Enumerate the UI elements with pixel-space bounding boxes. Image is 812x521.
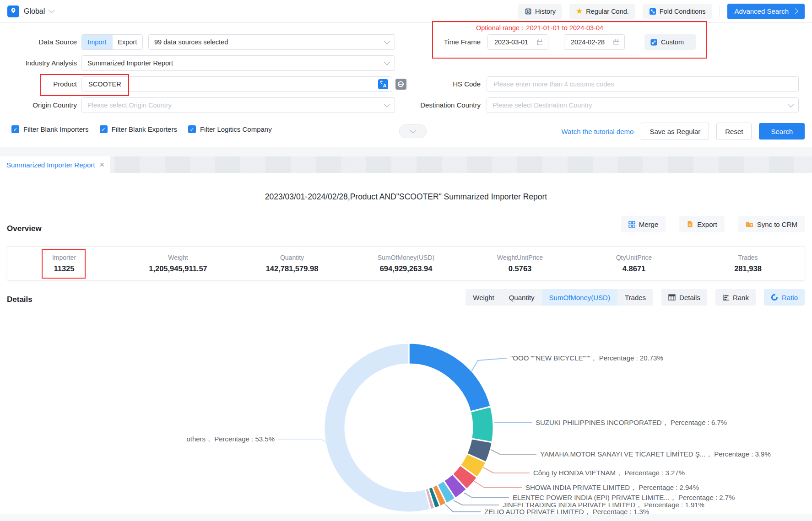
donut-slice — [467, 439, 492, 462]
rank-view-button[interactable]: Rank — [715, 289, 756, 306]
section-gap — [0, 147, 812, 156]
checkbox-checked-icon: ✓ — [11, 125, 19, 133]
destination-country-dropdown[interactable]: Please select Destination Country — [487, 97, 799, 113]
export-label: Export — [697, 220, 717, 228]
ratio-view-button[interactable]: Ratio — [764, 289, 805, 306]
merge-label: Merge — [639, 220, 659, 228]
stat-weight: Weight 1,205,945,911.57 — [121, 247, 235, 280]
fold-conditions-button[interactable]: Fold Conditions — [643, 4, 712, 19]
destination-country-label: Destination Country — [403, 97, 481, 113]
tab-summarized-importer-report[interactable]: Summarized Importer Report × — [0, 156, 110, 173]
chevron-down-icon — [384, 102, 390, 107]
donut-slice — [428, 487, 440, 508]
reset-button[interactable]: Reset — [716, 123, 752, 140]
stat-label: QtyUnitPrice — [616, 254, 652, 261]
data-sources-dropdown[interactable]: 99 data sources selected — [148, 34, 395, 50]
rank-view-label: Rank — [733, 294, 749, 301]
tab-sum-of-money[interactable]: SumOfMoney(USD) — [542, 289, 617, 306]
tutorial-demo-link[interactable]: Watch the tutorial demo — [562, 128, 634, 135]
hs-code-field[interactable] — [493, 80, 793, 88]
custom-range-button[interactable]: Custom — [644, 34, 696, 50]
translate-icon[interactable]: A — [378, 79, 388, 89]
slice-label: others， Percentage : 53.5% — [186, 435, 275, 443]
industry-analysis-label: Industry Analysis — [0, 55, 77, 71]
origin-country-dropdown[interactable]: Please select Origin Country — [81, 97, 395, 113]
donut-slice — [452, 465, 477, 489]
filter-checkbox-row: ✓ Filter Blank Importers ✓ Filter Blank … — [11, 125, 272, 133]
end-date-value[interactable] — [570, 38, 613, 46]
region-selector[interactable]: Global — [7, 5, 54, 17]
details-heading: Details — [7, 295, 32, 304]
donut-icon — [771, 294, 778, 301]
industry-analysis-dropdown[interactable]: Summarized Importer Report — [81, 55, 395, 71]
details-controls: Weight Quantity SumOfMoney(USD) Trades D… — [466, 289, 805, 306]
fold-conditions-label: Fold Conditions — [660, 8, 706, 15]
slice-label: SUZUKI PHILIPPINES INCORPORATED， Percent… — [536, 419, 727, 426]
time-frame-label: Time Frame — [403, 34, 481, 50]
merge-button[interactable]: Merge — [621, 216, 666, 232]
donut-slice — [460, 454, 486, 478]
slice-label: ELENTEC POWER INDIA (EPI) PRIVATE LIMITE… — [513, 494, 735, 501]
product-value[interactable] — [87, 80, 372, 88]
origin-country-label: Origin Country — [0, 97, 77, 113]
crm-folder-icon — [746, 221, 753, 228]
custom-label: Custom — [661, 38, 684, 46]
export-button[interactable]: Export — [679, 216, 724, 232]
stat-sum-of-money: SumOfMoney(USD) 694,929,263.94 — [349, 247, 463, 280]
history-button[interactable]: History — [518, 4, 562, 19]
hs-code-input[interactable] — [487, 76, 799, 92]
calendar-icon — [536, 38, 542, 46]
details-view-button[interactable]: Details — [661, 289, 707, 306]
tab-weight[interactable]: Weight — [466, 289, 501, 306]
slice-label: SHOWA INDIA PRIVATE LIMITED， Percentage … — [525, 483, 699, 491]
metric-tabs: Weight Quantity SumOfMoney(USD) Trades — [466, 289, 653, 306]
filter-label: Filter Logitics Company — [200, 125, 272, 133]
start-date-value[interactable] — [493, 38, 536, 46]
industry-analysis-value: Summarized Importer Report — [87, 59, 173, 67]
chevron-down-icon — [410, 128, 416, 134]
tabbar-blur-region — [114, 156, 812, 173]
stat-label: Quantity — [280, 254, 304, 261]
stat-label: Trades — [738, 254, 758, 261]
chevron-down-icon — [788, 102, 794, 107]
star-icon: ★ — [576, 7, 583, 15]
advanced-search-button[interactable]: Advanced Search — [727, 4, 805, 19]
label-leader-line — [483, 467, 530, 473]
start-date-input[interactable] — [487, 34, 548, 50]
custom-icon — [650, 39, 657, 46]
donut-slice — [324, 343, 431, 512]
label-leader-line — [278, 439, 326, 442]
chevron-right-icon — [792, 8, 798, 14]
stat-importer: Importer 11325 — [7, 247, 121, 280]
global-location-icon — [7, 5, 19, 17]
app-screen: Global History ★ Regular Cond. — [0, 0, 812, 521]
regular-cond-button[interactable]: ★ Regular Cond. — [569, 4, 635, 19]
tab-trades[interactable]: Trades — [617, 289, 653, 306]
checkbox-checked-icon: ✓ — [100, 125, 108, 133]
filter-logitics-company-checkbox[interactable]: ✓ Filter Logitics Company — [188, 125, 272, 133]
search-button[interactable]: Search — [759, 123, 805, 140]
save-as-regular-button[interactable]: Save as Regular — [641, 123, 709, 140]
form-action-row: Watch the tutorial demo Save as Regular … — [562, 123, 805, 140]
label-leader-line — [474, 481, 522, 488]
export-tab[interactable]: Export — [112, 35, 143, 49]
close-icon[interactable]: × — [99, 161, 104, 169]
filter-label: Filter Blank Exporters — [112, 125, 177, 133]
table-icon — [668, 294, 676, 301]
donut-slice — [432, 484, 446, 506]
tab-quantity[interactable]: Quantity — [502, 289, 542, 306]
stat-value: 4.8671 — [623, 264, 645, 273]
collapse-conditions-button[interactable] — [399, 124, 427, 138]
label-leader-line — [471, 358, 507, 371]
import-tab[interactable]: Import — [82, 35, 112, 49]
overview-stats-card: Importer 11325 Weight 1,205,945,911.57 Q… — [7, 246, 805, 281]
filter-blank-importers-checkbox[interactable]: ✓ Filter Blank Importers — [11, 125, 89, 133]
stat-value: 142,781,579.98 — [266, 264, 319, 273]
stat-label: Weight — [168, 254, 188, 261]
stat-trades: Trades 281,938 — [691, 247, 805, 280]
merge-icon — [628, 221, 635, 228]
filter-blank-exporters-checkbox[interactable]: ✓ Filter Blank Exporters — [100, 125, 177, 133]
product-input[interactable] — [81, 76, 392, 92]
end-date-input[interactable] — [564, 34, 625, 50]
sync-to-crm-button[interactable]: Sync to CRM — [738, 216, 805, 232]
